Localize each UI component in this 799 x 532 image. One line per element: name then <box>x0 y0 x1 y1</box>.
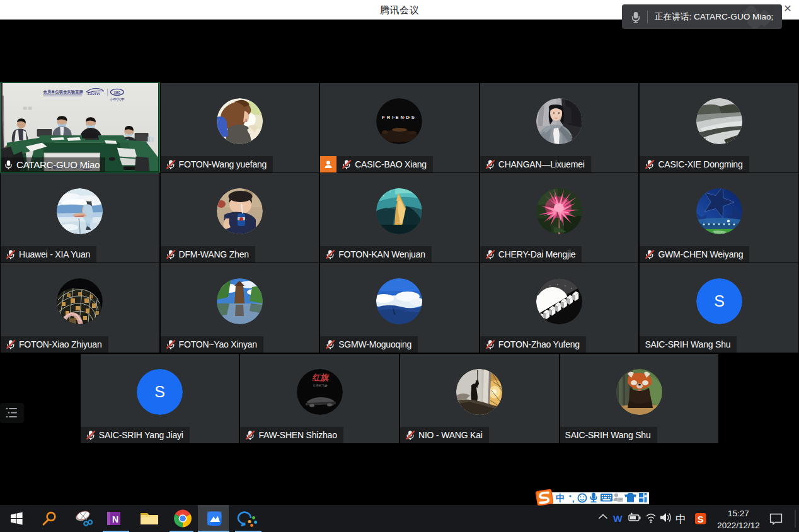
svg-text:W: W <box>613 513 623 524</box>
svg-text:S: S <box>714 292 725 310</box>
svg-text:15:27: 15:27 <box>728 509 749 518</box>
svg-text:S: S <box>154 383 165 400</box>
svg-text:红旗: 红旗 <box>311 373 330 382</box>
svg-text:中: 中 <box>675 513 686 525</box>
svg-text:会员单位联合实验室牌: 会员单位联合实验室牌 <box>43 89 83 94</box>
svg-text:小中汽中: 小中汽中 <box>110 98 125 101</box>
svg-text:XMG: XMG <box>114 91 121 94</box>
svg-text:2022/12/12: 2022/12/12 <box>717 521 760 530</box>
svg-text:EA3TVI: EA3TVI <box>88 92 100 96</box>
svg-text:中: 中 <box>556 493 565 503</box>
svg-text:让理想飞扬: 让理想飞扬 <box>312 383 327 388</box>
svg-text:S: S <box>698 514 704 524</box>
svg-text:,: , <box>572 494 575 504</box>
svg-text:FRIENDS: FRIENDS <box>382 115 417 120</box>
svg-text:N: N <box>112 514 118 524</box>
